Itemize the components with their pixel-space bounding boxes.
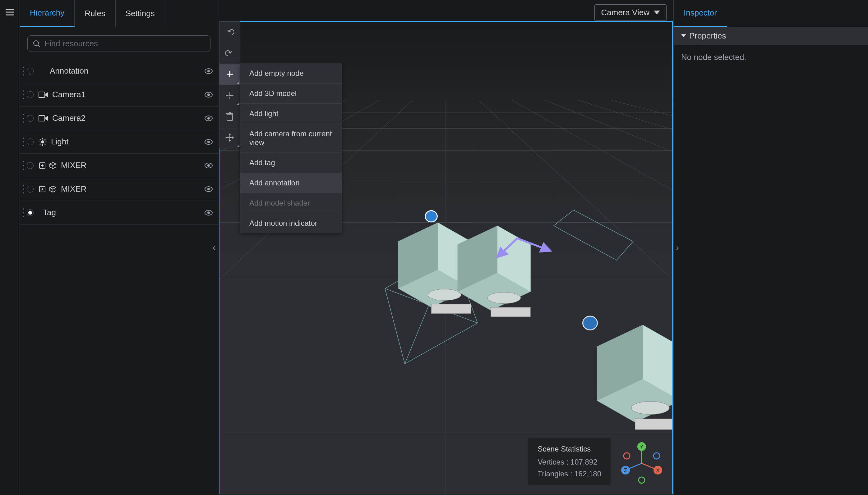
- svg-line-86: [611, 100, 672, 494]
- menu-add-camera[interactable]: Add camera from current view: [240, 124, 342, 153]
- svg-point-23: [207, 117, 210, 120]
- svg-point-38: [23, 161, 24, 163]
- search-icon: [33, 40, 41, 48]
- drag-handle-icon[interactable]: [22, 113, 24, 123]
- select-radio[interactable]: [27, 186, 34, 192]
- svg-point-19: [23, 121, 24, 123]
- svg-point-17: [23, 114, 24, 115]
- redo-button[interactable]: [219, 42, 240, 64]
- select-radio[interactable]: [27, 209, 34, 216]
- tree-label: Camera2: [52, 113, 204, 123]
- delete-button[interactable]: [219, 106, 240, 127]
- visibility-icon[interactable]: [204, 186, 213, 192]
- visibility-icon[interactable]: [204, 210, 213, 216]
- chevron-down-icon: [654, 11, 660, 15]
- tree-item-light[interactable]: Light: [20, 130, 218, 154]
- tab-rules[interactable]: Rules: [75, 0, 115, 27]
- visibility-icon[interactable]: [204, 68, 213, 74]
- menu-add-model-shader: Add model shader: [240, 193, 342, 214]
- svg-point-51: [23, 188, 24, 190]
- svg-line-84: [578, 100, 672, 494]
- svg-point-6: [23, 70, 24, 72]
- expand-icon[interactable]: [38, 185, 46, 193]
- drag-handle-icon[interactable]: [22, 160, 24, 170]
- svg-line-57: [50, 188, 53, 189]
- svg-point-27: [41, 140, 44, 143]
- search-container: [27, 35, 211, 52]
- menu-add-tag[interactable]: Add tag: [240, 153, 342, 173]
- collapse-left-icon[interactable]: ‹: [211, 240, 217, 255]
- tree-item-camera2[interactable]: Camera2: [20, 106, 218, 130]
- collapse-right-icon[interactable]: ›: [675, 240, 680, 255]
- tree-item-camera1[interactable]: Camera1: [20, 83, 218, 106]
- svg-point-18: [23, 118, 24, 119]
- svg-point-39: [23, 165, 24, 166]
- vertices-label: Vertices :: [538, 458, 570, 466]
- svg-text:Y: Y: [640, 444, 643, 449]
- tab-settings[interactable]: Settings: [116, 0, 165, 27]
- svg-point-52: [23, 192, 24, 193]
- svg-line-80: [512, 100, 672, 494]
- select-radio[interactable]: [27, 68, 34, 74]
- svg-line-33: [45, 144, 45, 145]
- drag-handle-icon[interactable]: [22, 90, 24, 100]
- svg-point-24: [23, 138, 24, 139]
- add-object-button[interactable]: [219, 64, 240, 85]
- tree-label: MIXER: [61, 184, 204, 194]
- search-input[interactable]: [45, 39, 205, 48]
- drag-handle-icon[interactable]: [22, 66, 24, 76]
- svg-rect-95: [431, 304, 471, 314]
- move-3d-button[interactable]: [219, 85, 240, 106]
- tab-inspector[interactable]: Inspector: [674, 0, 727, 27]
- visibility-icon[interactable]: [204, 115, 213, 121]
- menu-add-motion-indicator[interactable]: Add motion indicator: [240, 214, 342, 233]
- drag-handle-icon[interactable]: [22, 137, 24, 147]
- menu-add-light[interactable]: Add light: [240, 104, 342, 124]
- select-radio[interactable]: [27, 91, 34, 98]
- visibility-icon[interactable]: [204, 163, 213, 169]
- drag-handle-icon[interactable]: [22, 184, 24, 194]
- expand-icon[interactable]: [38, 162, 46, 169]
- tab-hierarchy[interactable]: Hierarchy: [20, 0, 75, 27]
- select-radio[interactable]: [27, 162, 34, 169]
- svg-point-49: [207, 164, 210, 167]
- svg-point-63: [23, 212, 24, 214]
- transform-button[interactable]: [219, 127, 240, 148]
- tree-item-annotation[interactable]: Annotation: [20, 59, 218, 83]
- light-icon: [38, 138, 47, 146]
- tree-item-mixer-2[interactable]: MIXER: [20, 177, 218, 201]
- hamburger-menu-icon[interactable]: [5, 9, 14, 495]
- svg-point-134: [639, 477, 645, 483]
- tree-label: MIXER: [61, 160, 204, 170]
- svg-point-11: [23, 94, 24, 95]
- svg-point-64: [23, 216, 24, 217]
- svg-text:X: X: [656, 468, 660, 473]
- svg-marker-137: [681, 34, 686, 37]
- menu-add-3d-model[interactable]: Add 3D model: [240, 84, 342, 104]
- visibility-icon[interactable]: [204, 91, 213, 98]
- menu-add-empty-node[interactable]: Add empty node: [240, 63, 342, 84]
- triangles-label: Triangles :: [538, 470, 574, 478]
- camera-view-dropdown[interactable]: Camera View: [594, 4, 667, 21]
- svg-line-34: [45, 139, 45, 140]
- axis-gizmo[interactable]: Y X Z: [620, 442, 664, 485]
- svg-point-26: [23, 145, 24, 146]
- select-radio[interactable]: [27, 115, 34, 122]
- visibility-icon[interactable]: [204, 139, 213, 145]
- svg-line-58: [53, 188, 56, 189]
- scene-statistics: Scene Statistics Vertices : 107,892 Tria…: [528, 438, 610, 485]
- drag-handle-icon[interactable]: [22, 208, 24, 218]
- properties-header[interactable]: Properties: [674, 27, 868, 45]
- properties-empty-message: No node selected.: [674, 45, 868, 70]
- undo-button[interactable]: [219, 21, 240, 42]
- svg-point-66: [207, 211, 210, 214]
- select-radio[interactable]: [27, 138, 34, 145]
- svg-point-109: [583, 316, 597, 330]
- tree-item-mixer-1[interactable]: MIXER: [20, 154, 218, 177]
- menu-add-annotation[interactable]: Add annotation: [240, 173, 342, 193]
- svg-marker-14: [45, 92, 48, 97]
- tree-item-tag[interactable]: Tag: [20, 201, 218, 224]
- svg-marker-21: [45, 116, 48, 121]
- vertices-value: 107,892: [571, 458, 597, 466]
- svg-marker-123: [225, 136, 227, 139]
